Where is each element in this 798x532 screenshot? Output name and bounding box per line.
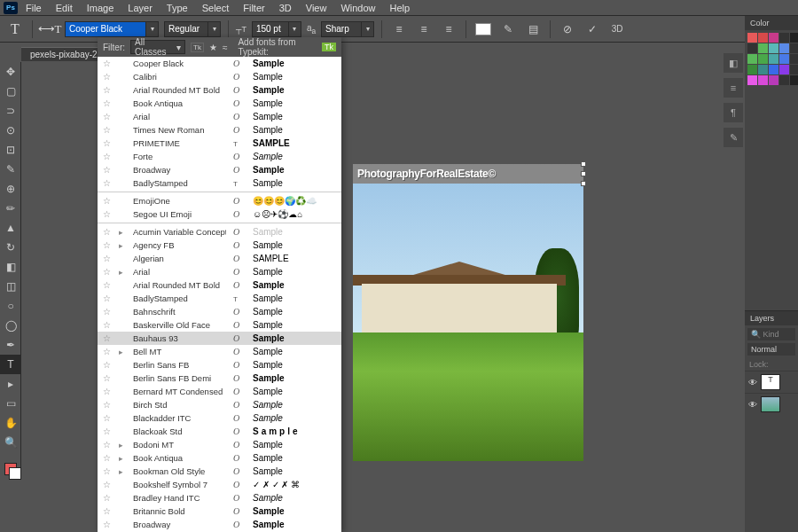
- type-tool[interactable]: T: [0, 355, 21, 374]
- menu-window[interactable]: Window: [334, 1, 381, 15]
- quick-select-tool[interactable]: ⊙: [0, 121, 21, 140]
- font-row[interactable]: ☆Baskerville Old FaceOSample: [98, 318, 341, 332]
- menu-file[interactable]: File: [20, 1, 48, 15]
- swatch[interactable]: [790, 33, 798, 43]
- pen-tool[interactable]: ✒: [0, 335, 21, 355]
- star-icon[interactable]: ☆: [103, 196, 112, 206]
- star-icon[interactable]: ☆: [103, 413, 112, 423]
- font-row[interactable]: ☆BroadwayOSample: [98, 518, 341, 531]
- history-brush-tool[interactable]: ↻: [0, 238, 21, 257]
- panel-icon-1[interactable]: ◧: [724, 53, 743, 73]
- star-icon[interactable]: ☆: [103, 373, 112, 383]
- filter-similar-icon[interactable]: ≈: [223, 43, 228, 52]
- expand-icon[interactable]: ▸: [119, 228, 126, 237]
- star-icon[interactable]: ☆: [103, 85, 112, 95]
- star-icon[interactable]: ☆: [103, 426, 112, 436]
- font-style-input[interactable]: [164, 21, 208, 37]
- menu-view[interactable]: View: [300, 1, 333, 15]
- swatch[interactable]: [790, 54, 798, 64]
- marquee-tool[interactable]: ▢: [0, 82, 21, 101]
- align-left[interactable]: ≡: [389, 20, 409, 39]
- font-row[interactable]: ☆Bernard MT CondensedOSample: [98, 385, 341, 398]
- font-row[interactable]: ☆Arial Rounded MT BoldOSample: [98, 83, 341, 97]
- font-style-dropdown[interactable]: ▾: [208, 21, 221, 37]
- star-icon[interactable]: ☆: [103, 178, 112, 188]
- handle-tr[interactable]: [581, 161, 586, 167]
- font-row[interactable]: ☆BroadwayOSample: [98, 163, 341, 176]
- star-icon[interactable]: ☆: [103, 453, 112, 463]
- font-row[interactable]: ☆Britannic BoldOSample: [98, 505, 341, 518]
- layers-blend-mode[interactable]: Normal: [747, 343, 795, 356]
- font-row[interactable]: ☆EmojiOneO😊😊😊🌍♻️☁️: [98, 194, 341, 207]
- font-family-input[interactable]: [65, 21, 146, 37]
- swatch[interactable]: [747, 54, 757, 64]
- font-row[interactable]: ☆Segoe UI EmojiO☺☹✈⚽☁⌂: [98, 207, 341, 221]
- crop-tool[interactable]: ⊡: [0, 140, 21, 160]
- font-row[interactable]: ☆Bookshelf Symbol 7O✓ ✗ ✓ ✗ ⌘: [98, 478, 341, 491]
- star-icon[interactable]: ☆: [103, 267, 112, 277]
- 3d-icon[interactable]: 3D: [607, 20, 627, 39]
- star-icon[interactable]: ☆: [103, 506, 112, 516]
- zoom-tool[interactable]: 🔍: [0, 433, 21, 452]
- menu-edit[interactable]: Edit: [50, 1, 79, 15]
- swatch[interactable]: [769, 65, 778, 74]
- swatch[interactable]: [758, 65, 768, 74]
- expand-icon[interactable]: ▸: [119, 467, 126, 476]
- font-row[interactable]: ☆▸ArialOSample: [98, 265, 341, 278]
- color-panel-header[interactable]: Color: [745, 16, 798, 30]
- star-icon[interactable]: ☆: [103, 152, 112, 161]
- handle-mr[interactable]: [581, 171, 586, 176]
- menu-layer[interactable]: Layer: [121, 1, 159, 15]
- swatch[interactable]: [758, 54, 768, 64]
- font-row[interactable]: ☆▸Acumin Variable ConceptOSample: [98, 225, 341, 239]
- font-row[interactable]: ☆Blackadder ITCOSample: [98, 411, 341, 425]
- font-row[interactable]: ☆Birch StdOSample: [98, 398, 341, 411]
- font-row[interactable]: ☆AlgerianOSAMPLE: [98, 252, 341, 265]
- font-row[interactable]: ☆Blackoak StdOSample: [98, 425, 341, 438]
- swatch[interactable]: [747, 75, 757, 85]
- filter-star-icon[interactable]: ★: [209, 43, 217, 52]
- swatch[interactable]: [747, 65, 757, 74]
- font-size-dropdown[interactable]: ▾: [289, 21, 301, 37]
- swatch[interactable]: [758, 43, 768, 53]
- brush-tool[interactable]: ✏: [0, 199, 21, 218]
- swatch[interactable]: [779, 75, 789, 85]
- font-row[interactable]: ☆▸Bookman Old StyleOSample: [98, 465, 341, 478]
- panel-icon-3[interactable]: ¶: [724, 103, 743, 122]
- star-icon[interactable]: ☆: [103, 440, 112, 450]
- layer-bg[interactable]: 👁: [745, 393, 798, 415]
- menu-filter[interactable]: Filter: [237, 1, 270, 15]
- swatch[interactable]: [769, 43, 778, 53]
- expand-icon[interactable]: ▸: [119, 454, 126, 463]
- star-icon[interactable]: ☆: [103, 59, 112, 68]
- star-icon[interactable]: ☆: [103, 280, 112, 290]
- star-icon[interactable]: ☆: [103, 493, 112, 503]
- star-icon[interactable]: ☆: [103, 333, 112, 343]
- layers-search[interactable]: 🔍 Kind: [747, 328, 795, 340]
- eye-icon[interactable]: 👁: [748, 378, 757, 387]
- typekit-badge[interactable]: Tk: [322, 43, 336, 51]
- font-row[interactable]: ☆▸Bodoni MTOSample: [98, 438, 341, 451]
- fg-bg-colors[interactable]: [0, 459, 21, 479]
- move-tool[interactable]: ✥: [0, 62, 21, 82]
- warp-text[interactable]: ✎: [498, 20, 518, 39]
- panel-icon-2[interactable]: ≡: [724, 78, 743, 98]
- swatch[interactable]: [790, 43, 798, 53]
- dodge-tool[interactable]: ◯: [0, 316, 21, 335]
- swatch[interactable]: [779, 65, 789, 74]
- swatch[interactable]: [747, 33, 757, 43]
- menu-help[interactable]: Help: [384, 1, 417, 15]
- swatch[interactable]: [790, 65, 798, 74]
- menu-image[interactable]: Image: [81, 1, 121, 15]
- star-icon[interactable]: ☆: [103, 240, 112, 250]
- panel-icon-4[interactable]: ✎: [724, 128, 743, 147]
- blur-tool[interactable]: ○: [0, 296, 21, 316]
- expand-icon[interactable]: ▸: [119, 348, 126, 356]
- swatch[interactable]: [779, 54, 789, 64]
- font-row[interactable]: ☆Cooper BlackOSample: [98, 57, 341, 70]
- stamp-tool[interactable]: ▲: [0, 218, 21, 238]
- menu-type[interactable]: Type: [160, 1, 194, 15]
- font-row[interactable]: ☆BadlyStampedTSample: [98, 176, 341, 190]
- star-icon[interactable]: ☆: [103, 125, 112, 135]
- cancel-icon[interactable]: ⊘: [558, 20, 577, 39]
